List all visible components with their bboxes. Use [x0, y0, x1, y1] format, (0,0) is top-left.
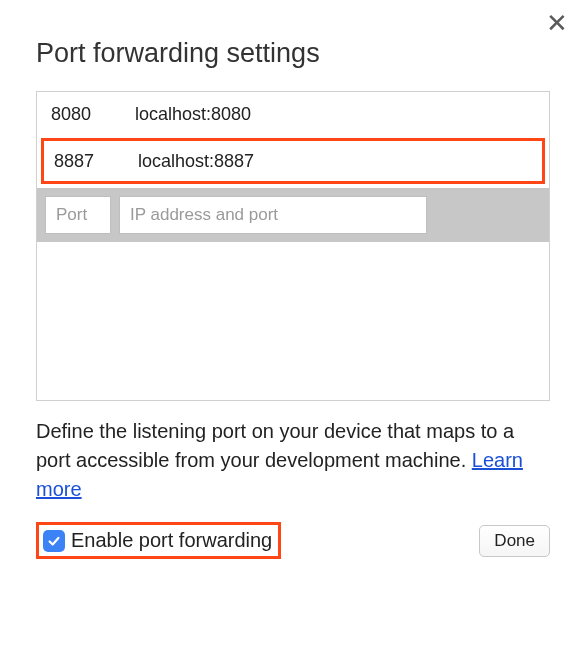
enable-forwarding-label: Enable port forwarding [71, 529, 272, 552]
checkmark-icon [47, 534, 61, 548]
port-input[interactable] [45, 196, 111, 234]
dialog-footer: Enable port forwarding Done [36, 522, 550, 559]
table-row[interactable]: 8887 localhost:8887 [41, 138, 545, 184]
dialog-title: Port forwarding settings [36, 38, 550, 69]
description-content: Define the listening port on your device… [36, 420, 514, 471]
address-value: localhost:8080 [129, 104, 537, 125]
close-button[interactable]: ✕ [546, 10, 568, 36]
address-input[interactable] [119, 196, 427, 234]
description-text: Define the listening port on your device… [36, 417, 550, 504]
done-button[interactable]: Done [479, 525, 550, 557]
enable-forwarding-checkbox[interactable] [43, 530, 65, 552]
new-rule-input-row [37, 188, 549, 242]
port-forwarding-dialog: ✕ Port forwarding settings 8080 localhos… [0, 0, 586, 583]
close-icon: ✕ [546, 8, 568, 38]
enable-forwarding-group: Enable port forwarding [36, 522, 281, 559]
port-value: 8887 [52, 151, 132, 172]
table-row[interactable]: 8080 localhost:8080 [37, 92, 549, 136]
port-value: 8080 [49, 104, 129, 125]
address-value: localhost:8887 [132, 151, 534, 172]
port-forwarding-table: 8080 localhost:8080 8887 localhost:8887 [36, 91, 550, 401]
